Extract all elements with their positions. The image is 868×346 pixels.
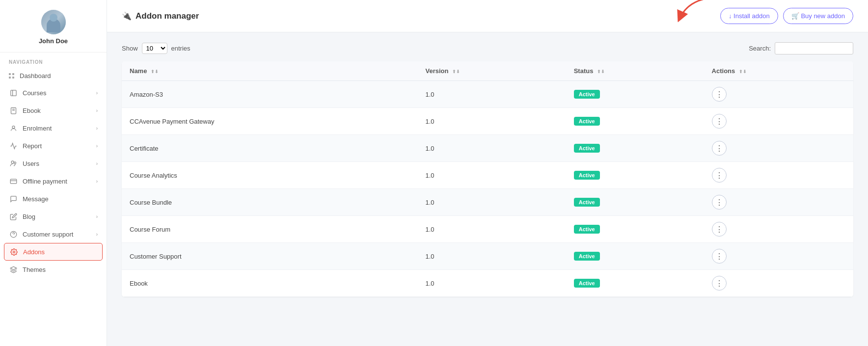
status-badge: Active [574,117,600,126]
addon-table: Name ⬆⬇ Version ⬆⬇ Status ⬆⬇ Actions ⬆⬇ … [122,61,853,297]
col-actions: Actions ⬆⬇ [704,61,853,81]
ebook-icon [9,106,18,115]
cell-status: Active [566,270,704,297]
blog-icon [9,212,18,221]
action-menu-button[interactable]: ⋮ [712,222,727,237]
cell-name: Certificate [122,135,417,162]
search-area: Search: [749,42,853,54]
cell-status: Active [566,81,704,108]
status-badge: Active [574,144,600,153]
svg-rect-0 [10,90,16,95]
action-menu-button[interactable]: ⋮ [712,87,727,102]
table-row: Course Analytics 1.0 Active ⋮ [122,162,853,189]
sidebar-item-blog[interactable]: Blog › [0,208,107,225]
cell-version: 1.0 [417,108,566,135]
sidebar-item-label: Courses [23,89,46,97]
sidebar-item-courses[interactable]: Courses › [0,84,107,102]
entries-select[interactable]: 10 25 50 100 [142,43,167,54]
chevron-right-icon: › [96,179,98,184]
cell-status: Active [566,243,704,270]
chevron-right-icon: › [96,161,98,166]
chevron-right-icon: › [96,126,98,131]
message-icon [9,194,18,203]
users-icon [9,159,18,168]
support-icon [9,230,18,239]
cell-status: Active [566,135,704,162]
sidebar-item-label: Users [23,160,39,167]
page-title: 🔌 Addon manager [122,11,199,21]
sidebar-item-dashboard[interactable]: Dashboard [0,68,107,84]
action-menu-button[interactable]: ⋮ [712,276,727,291]
status-badge: Active [574,198,600,207]
sort-icon: ⬆⬇ [597,69,605,74]
sidebar-item-label: Enrolment [23,125,52,132]
sort-icon: ⬆⬇ [151,69,159,74]
svg-point-6 [11,160,14,163]
sidebar-item-label: Dashboard [20,72,51,80]
sidebar-item-label: Report [23,142,42,150]
sidebar-item-label: Ebook [23,107,41,114]
action-menu-button[interactable]: ⋮ [712,195,727,210]
themes-icon [9,265,18,274]
sidebar-item-label: Addons [23,248,45,256]
sort-icon: ⬆⬇ [452,69,460,74]
plug-icon: 🔌 [122,11,132,21]
action-menu-button[interactable]: ⋮ [712,249,727,264]
sidebar-item-label: Themes [23,266,46,273]
cell-name: Ebook [122,270,417,297]
table-row: Certificate 1.0 Active ⋮ [122,135,853,162]
install-addon-button[interactable]: ↓ Install addon [720,8,778,24]
payment-icon [9,177,18,186]
sidebar-item-enrolment[interactable]: Enrolment › [0,119,107,137]
chevron-right-icon: › [96,214,98,219]
chevron-right-icon: › [96,108,98,113]
sidebar: John Doe NAVIGATION Dashboard Courses › … [0,0,107,346]
cell-version: 1.0 [417,81,566,108]
action-menu-button[interactable]: ⋮ [712,114,727,129]
cell-name: Course Bundle [122,189,417,216]
sidebar-item-label: Offline payment [23,178,67,185]
status-badge: Active [574,252,600,261]
chevron-right-icon: › [96,90,98,96]
cell-version: 1.0 [417,216,566,243]
action-menu-button[interactable]: ⋮ [712,168,727,183]
col-name: Name ⬆⬇ [122,61,417,81]
status-badge: Active [574,225,600,234]
sort-icon: ⬆⬇ [739,69,747,74]
search-label: Search: [749,45,771,52]
sidebar-item-report[interactable]: Report › [0,137,107,155]
sidebar-item-offline-payment[interactable]: Offline payment › [0,172,107,190]
cell-name: CCAvenue Payment Gateway [122,108,417,135]
sidebar-item-themes[interactable]: Themes [0,261,107,278]
sidebar-item-label: Customer support [23,231,73,238]
cell-actions: ⋮ [704,162,853,189]
cell-version: 1.0 [417,189,566,216]
content-area: Show 10 25 50 100 entries Search: Name ⬆… [107,32,868,346]
cell-actions: ⋮ [704,270,853,297]
col-status: Status ⬆⬇ [566,61,704,81]
avatar [41,10,66,34]
page-header: 🔌 Addon manager ↓ Install addon 🛒 Buy ne… [107,0,868,32]
sidebar-item-label: Message [23,195,49,203]
svg-point-7 [14,161,16,163]
search-input[interactable] [775,42,853,54]
table-header-row: Name ⬆⬇ Version ⬆⬇ Status ⬆⬇ Actions ⬆⬇ [122,61,853,81]
table-row: Course Forum 1.0 Active ⋮ [122,216,853,243]
sidebar-item-customer-support[interactable]: Customer support › [0,225,107,243]
buy-addon-button[interactable]: 🛒 Buy new addon [783,8,853,24]
cell-name: Course Analytics [122,162,417,189]
status-badge: Active [574,171,600,180]
sidebar-item-ebook[interactable]: Ebook › [0,102,107,119]
table-controls: Show 10 25 50 100 entries Search: [122,42,853,54]
sidebar-item-message[interactable]: Message [0,190,107,208]
action-menu-button[interactable]: ⋮ [712,141,727,156]
report-icon [9,141,18,150]
sidebar-item-users[interactable]: Users › [0,155,107,172]
enrolment-icon [9,124,18,133]
col-version: Version ⬆⬇ [417,61,566,81]
cell-name: Course Forum [122,216,417,243]
cell-actions: ⋮ [704,189,853,216]
svg-rect-8 [10,179,17,184]
main-content: 🔌 Addon manager ↓ Install addon 🛒 Buy ne… [107,0,868,346]
sidebar-item-addons[interactable]: Addons [4,243,103,261]
